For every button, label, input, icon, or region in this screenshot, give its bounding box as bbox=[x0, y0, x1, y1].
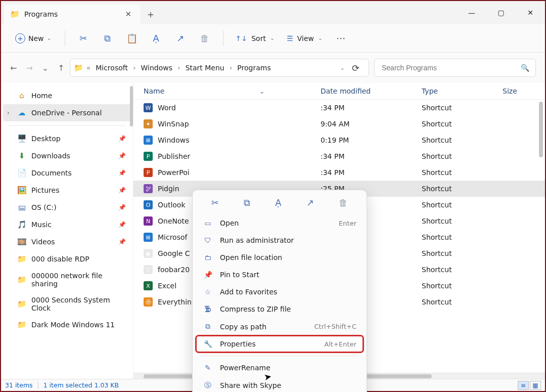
close-button[interactable]: ✕ bbox=[516, 1, 545, 24]
breadcrumb-item[interactable]: Windows bbox=[139, 64, 175, 72]
sidebar-item-quick[interactable]: 📄 Documents 📌 bbox=[3, 164, 131, 182]
navigation-pane: ⌂ Home › ☁ OneDrive - Personal 🖥️ Deskto… bbox=[1, 83, 133, 379]
back-button[interactable]: ← bbox=[10, 63, 17, 73]
folder-icon: 📁 bbox=[74, 63, 83, 72]
copy-icon[interactable]: ⧉ bbox=[244, 197, 250, 208]
file-type: Shortcut bbox=[422, 152, 503, 160]
thumbnails-view-button[interactable]: ▦ bbox=[530, 381, 541, 390]
file-type: Shortcut bbox=[422, 266, 503, 274]
breadcrumb-item[interactable]: Microsoft bbox=[94, 64, 130, 72]
address-bar[interactable]: 📁 « Microsoft › Windows › Start Menu › P… bbox=[70, 59, 369, 77]
delete-button[interactable]: 🗑 bbox=[195, 28, 215, 49]
column-headers: Name ⌄ Date modified Type Size bbox=[133, 83, 545, 100]
cut-button[interactable]: ✂ bbox=[73, 28, 94, 49]
file-date: :34 PM bbox=[321, 168, 422, 177]
separator bbox=[65, 31, 65, 46]
sidebar-item-quick[interactable]: 🖥️ Desktop 📌 bbox=[3, 130, 131, 147]
sidebar-label: 000000 network file sharing bbox=[31, 272, 126, 288]
sidebar-item-folder[interactable]: 📁 000000 network file sharing bbox=[3, 268, 131, 292]
delete-icon[interactable]: 🗑 bbox=[339, 197, 348, 208]
sidebar-item-quick[interactable]: 🖴 OS (C:) 📌 bbox=[3, 199, 131, 216]
file-row[interactable]: ✦ WinSnap 9:04 AM Shortcut bbox=[133, 116, 545, 132]
file-row[interactable]: P PowerPoi :34 PM Shortcut bbox=[133, 164, 545, 181]
context-menu-item[interactable]: 🛡 Run as administrator bbox=[196, 232, 363, 249]
file-row[interactable]: W Word :34 PM Shortcut bbox=[133, 100, 545, 116]
file-type: Shortcut bbox=[422, 298, 503, 306]
sidebar-label: Videos bbox=[31, 238, 55, 246]
rename-button[interactable]: Ạ bbox=[146, 28, 166, 49]
column-type[interactable]: Type bbox=[422, 87, 503, 95]
file-name: Windows bbox=[158, 136, 190, 144]
context-menu-item[interactable]: Ⓢ Share with Skype bbox=[196, 376, 363, 392]
paste-button[interactable]: 📋 bbox=[122, 28, 142, 49]
breadcrumb-item[interactable]: Programs bbox=[235, 64, 272, 72]
quick-icon: 🖥️ bbox=[17, 134, 26, 143]
context-menu-item[interactable]: ✎ PowerRename bbox=[196, 359, 363, 376]
tab-close-button[interactable]: ✕ bbox=[123, 9, 133, 20]
sidebar-label: Desktop bbox=[31, 135, 61, 143]
new-button[interactable]: + New ⌄ bbox=[10, 30, 57, 47]
menu-item-label: Pin to Start bbox=[220, 271, 349, 279]
context-menu-item[interactable]: 📌 Pin to Start bbox=[196, 266, 363, 283]
column-name[interactable]: Name ⌄ bbox=[144, 87, 321, 95]
sort-button[interactable]: ↑↓ Sort ⌄ bbox=[232, 31, 279, 46]
file-icon: N bbox=[144, 216, 153, 226]
menu-item-icon: ▭ bbox=[203, 219, 213, 227]
sidebar-item-folder[interactable]: 📁 000 disable RDP bbox=[3, 250, 131, 268]
sidebar-item-onedrive[interactable]: › ☁ OneDrive - Personal bbox=[3, 104, 131, 121]
sidebar-label: OS (C:) bbox=[31, 203, 57, 211]
breadcrumb-item[interactable]: Start Menu bbox=[184, 64, 226, 72]
view-button[interactable]: ☰ View ⌄ bbox=[283, 31, 327, 46]
column-date[interactable]: Date modified bbox=[321, 87, 422, 95]
separator bbox=[38, 382, 38, 389]
file-row[interactable]: ⊞ Windows 0:19 PM Shortcut bbox=[133, 132, 545, 148]
context-menu-item[interactable]: 🗜 Compress to ZIP file bbox=[196, 300, 363, 318]
sidebar-item-quick[interactable]: 🎞️ Videos 📌 bbox=[3, 233, 131, 250]
pin-icon: 📌 bbox=[118, 169, 126, 177]
sidebar-item-folder[interactable]: 📁 Dark Mode Windows 11 bbox=[3, 316, 131, 333]
separator bbox=[223, 31, 223, 46]
file-icon: ⊞ bbox=[144, 233, 153, 242]
recent-button[interactable]: ⌄ bbox=[42, 63, 49, 73]
address-history-button[interactable]: ⌄ bbox=[340, 65, 345, 71]
expand-icon[interactable]: › bbox=[7, 109, 10, 116]
quick-icon: 🖼️ bbox=[17, 186, 26, 195]
file-icon: ♪ bbox=[144, 265, 153, 274]
copy-button[interactable]: ⧉ bbox=[98, 28, 118, 49]
minimize-button[interactable]: — bbox=[457, 1, 486, 24]
menu-item-label: Properties bbox=[220, 340, 317, 348]
context-menu-item[interactable]: 🔧 Properties Alt+Enter bbox=[196, 335, 363, 353]
refresh-button[interactable]: ⟳ bbox=[347, 63, 365, 73]
sidebar-item-quick[interactable]: ⬇ Downloads 📌 bbox=[3, 147, 131, 164]
cut-icon[interactable]: ✂ bbox=[211, 197, 219, 208]
file-row[interactable]: P Publisher :34 PM Shortcut bbox=[133, 148, 545, 164]
column-size[interactable]: Size bbox=[503, 87, 535, 95]
plus-circle-icon: + bbox=[15, 33, 25, 43]
tab-programs[interactable]: 📁 Programs ✕ bbox=[4, 4, 141, 24]
share-button[interactable]: ↗ bbox=[170, 28, 191, 49]
forward-button[interactable]: → bbox=[26, 63, 32, 73]
sidebar-item-folder[interactable]: 📁 0000 Seconds System Clock bbox=[3, 292, 131, 316]
details-view-button[interactable]: ≡ bbox=[518, 381, 529, 390]
context-menu-item[interactable]: ▭ Open Enter bbox=[196, 214, 363, 232]
search-box[interactable]: 🔍 bbox=[374, 59, 536, 77]
maximize-button[interactable]: ▢ bbox=[486, 1, 516, 24]
file-type: Shortcut bbox=[422, 168, 503, 177]
sidebar-item-quick[interactable]: 🎵 Music 📌 bbox=[3, 216, 131, 233]
rename-icon[interactable]: Ạ bbox=[275, 197, 281, 208]
sidebar-label: Music bbox=[31, 221, 52, 229]
more-button[interactable]: ⋯ bbox=[331, 28, 351, 49]
context-menu-item[interactable]: ⧉ Copy as path Ctrl+Shift+C bbox=[196, 318, 363, 335]
search-input[interactable] bbox=[381, 63, 521, 72]
sidebar-item-quick[interactable]: 🖼️ Pictures 📌 bbox=[3, 182, 131, 199]
file-date: :34 PM bbox=[321, 104, 422, 112]
new-tab-button[interactable]: ＋ bbox=[141, 8, 161, 21]
explorer-window: 📁 Programs ✕ ＋ — ▢ ✕ + New ⌄ ✂ ⧉ 📋 Ạ ↗ 🗑… bbox=[0, 0, 546, 392]
up-button[interactable]: ↑ bbox=[58, 63, 64, 73]
sidebar-item-home[interactable]: ⌂ Home bbox=[3, 87, 131, 104]
home-icon: ⌂ bbox=[17, 91, 26, 100]
share-icon[interactable]: ↗ bbox=[306, 197, 314, 208]
breadcrumb-overflow[interactable]: « bbox=[85, 64, 92, 72]
context-menu-item[interactable]: ☆ Add to Favorites bbox=[196, 283, 363, 300]
context-menu-item[interactable]: 🗀 Open file location bbox=[196, 249, 363, 266]
